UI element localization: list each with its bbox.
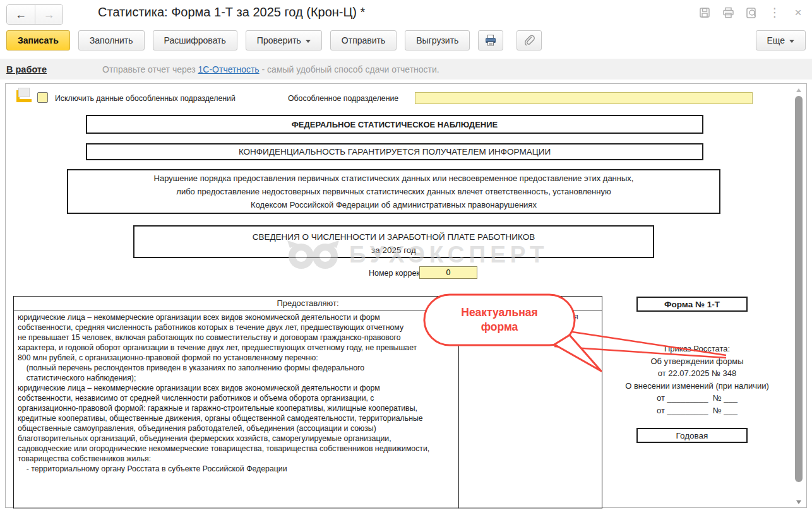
confidentiality-box: КОНФИДЕНЦИАЛЬНОСТЬ ГАРАНТИРУЕТСЯ ПОЛУЧАТ… bbox=[86, 143, 703, 160]
scrollbar-thumb[interactable] bbox=[795, 96, 803, 482]
toolbar: Записать Заполнить Расшифровать Проверит… bbox=[0, 29, 812, 54]
warning-box: Нарушение порядка предоставления первичн… bbox=[67, 169, 720, 214]
printer-icon bbox=[484, 34, 497, 47]
exclude-divisions-label: Исключить данные обособленных подразделе… bbox=[55, 94, 236, 103]
save-button[interactable]: Записать bbox=[6, 30, 70, 50]
check-button[interactable]: Проверить bbox=[246, 30, 322, 50]
decrypt-button[interactable]: Расшифровать bbox=[153, 30, 237, 50]
federal-observation-title: ФЕДЕРАЛЬНОЕ СТАТИСТИЧЕСКОЕ НАБЛЮДЕНИЕ bbox=[292, 120, 498, 129]
spreadsheet-corner bbox=[18, 88, 30, 97]
attach-button[interactable] bbox=[516, 30, 542, 50]
back-button[interactable]: ← bbox=[7, 5, 35, 24]
forward-button[interactable]: → bbox=[35, 5, 63, 24]
vertical-scrollbar[interactable] bbox=[794, 86, 803, 505]
fill-button[interactable]: Заполнить bbox=[78, 30, 145, 50]
kebab-menu-icon[interactable]: ⋮ bbox=[768, 6, 781, 19]
nav-history-group: ← → bbox=[6, 4, 63, 25]
print-window-icon[interactable] bbox=[722, 6, 734, 19]
table-cell-terms bbox=[458, 310, 602, 509]
form-number: Форма № 1-Т bbox=[664, 300, 720, 309]
otchetnost-link[interactable]: 1С-Отчетность bbox=[198, 64, 260, 74]
separate-division-label: Обособленное подразделение bbox=[288, 94, 398, 103]
form-number-box: Форма № 1-Т bbox=[636, 297, 748, 312]
form-area: Исключить данные обособленных подразделе… bbox=[5, 83, 807, 508]
rosstat-order-block: Приказ Росстата:Об утверждении формыот 2… bbox=[607, 343, 787, 416]
preview-icon[interactable] bbox=[745, 6, 758, 19]
report-title-box: СВЕДЕНИЯ О ЧИСЛЕННОСТИ И ЗАРАБОТНОЙ ПЛАТ… bbox=[133, 225, 654, 258]
save-window-icon[interactable] bbox=[698, 6, 711, 19]
periodicity-box: Годовая bbox=[636, 428, 748, 443]
status-bar: В работе Отправьте отчет через 1С-Отчетн… bbox=[0, 59, 812, 80]
send-button[interactable]: Отправить bbox=[330, 30, 397, 50]
exclude-divisions-checkbox[interactable] bbox=[37, 92, 48, 103]
confidentiality-title: КОНФИДЕНЦИАЛЬНОСТЬ ГАРАНТИРУЕТСЯ ПОЛУЧАТ… bbox=[239, 147, 551, 156]
chevron-down-icon bbox=[789, 40, 794, 45]
chevron-down-icon bbox=[306, 40, 311, 45]
report-title: СВЕДЕНИЯ О ЧИСЛЕННОСТИ И ЗАРАБОТНОЙ ПЛАТ… bbox=[253, 230, 535, 244]
warning-text: Нарушение порядка предоставления первичн… bbox=[154, 172, 634, 211]
page-title: Статистика: Форма 1-Т за 2025 год (Крон-… bbox=[98, 5, 365, 20]
correction-number-input[interactable] bbox=[419, 266, 477, 279]
export-button[interactable]: Выгрузить bbox=[405, 30, 470, 50]
scroll-down-icon[interactable] bbox=[796, 500, 801, 504]
back-arrow-icon: ← bbox=[15, 8, 27, 21]
title-bar: ← → Статистика: Форма 1-Т за 2025 год (К… bbox=[0, 0, 812, 28]
paperclip-icon bbox=[523, 34, 535, 47]
print-button[interactable] bbox=[478, 30, 503, 50]
federal-observation-box: ФЕДЕРАЛЬНОЕ СТАТИСТИЧЕСКОЕ НАБЛЮДЕНИЕ bbox=[86, 115, 703, 134]
separate-division-input[interactable] bbox=[415, 92, 753, 104]
forward-arrow-icon: → bbox=[44, 8, 55, 21]
status-message: Отправьте отчет через 1С-Отчетность - са… bbox=[102, 64, 439, 74]
scroll-up-icon[interactable] bbox=[796, 88, 801, 92]
window-icons: ⋮ × bbox=[698, 6, 804, 19]
more-button[interactable]: Еще bbox=[756, 30, 806, 50]
close-icon[interactable]: × bbox=[792, 6, 804, 19]
table-terms-fragment: оя bbox=[570, 312, 578, 321]
table-header-provide: Предоставляют: bbox=[13, 296, 602, 310]
periodicity: Годовая bbox=[676, 431, 708, 440]
report-state-link[interactable]: В работе bbox=[6, 64, 47, 74]
report-period: за 2025 год bbox=[371, 244, 416, 257]
table-cell-providers: юридические лица – некоммерческие органи… bbox=[13, 310, 459, 509]
